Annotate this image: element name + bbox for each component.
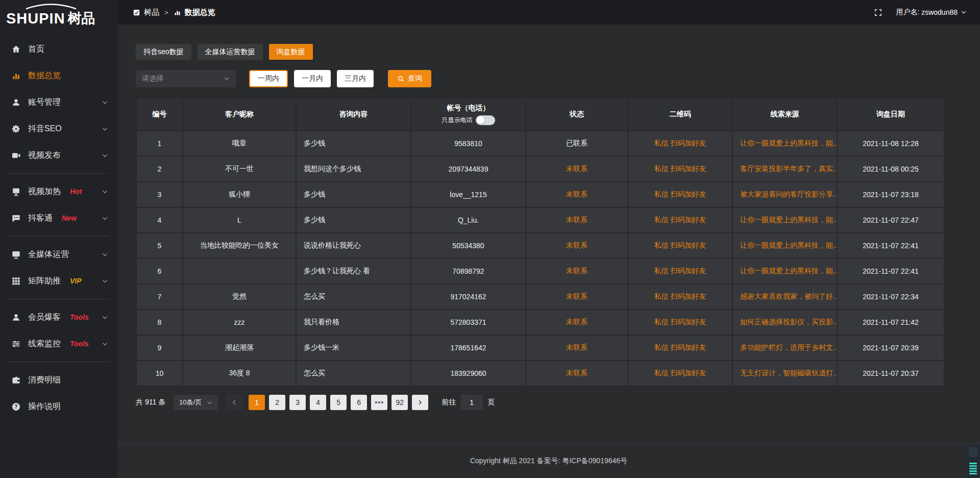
col-account-title: 帐号（电话） (415, 104, 521, 113)
cell-content: 我想问这个多少钱 (296, 156, 411, 182)
cell-qr-links[interactable]: 私信 扫码加好友 (628, 309, 732, 335)
chevron-down-icon (102, 278, 108, 284)
prev-page-button[interactable] (226, 395, 242, 410)
tab-media-operation-data[interactable]: 全媒体运营数据 (198, 44, 263, 60)
cell-qr-links[interactable]: 私信 扫码加好友 (628, 335, 732, 361)
tab-douyin-seo-data[interactable]: 抖音seo数据 (136, 44, 191, 60)
cell-qr-links[interactable]: 私信 扫码加好友 (628, 182, 732, 207)
home-icon (11, 44, 21, 54)
phone-only-toggle[interactable] (476, 115, 495, 125)
goto-page-input[interactable] (460, 395, 483, 410)
bar-chart-icon (174, 9, 181, 16)
sidebar-item-member-baoke[interactable]: 会员爆客Tools (0, 304, 117, 330)
filter-select[interactable]: 请选择 (136, 70, 236, 87)
sidebar-item-badge: Tools (70, 313, 89, 321)
cell-source-link[interactable]: 让你一眼就爱上的黑科技，能... (732, 258, 837, 284)
table-row: 1036度 8怎么买183929060未联系私信 扫码加好友无主灯设计，智能磁吸… (136, 361, 944, 386)
chevron-down-icon (102, 341, 108, 347)
phone-only-toggle-row: 只显示电话 (415, 115, 521, 125)
cell-date: 2021-11-08 12:28 (837, 131, 944, 156)
page-ellipsis[interactable]: ••• (371, 395, 387, 410)
cell-source-link[interactable]: 无主灯设计，智能磁吸轨道灯... (732, 361, 837, 386)
cell-qr-links[interactable]: 私信 扫码加好友 (628, 284, 732, 309)
cell-status: 未联系 (526, 309, 628, 335)
page-button-4[interactable]: 4 (310, 395, 326, 410)
sidebar-item-video-heat[interactable]: 视频加热Hot (0, 178, 117, 205)
cell-id: 1 (136, 131, 183, 156)
page-size-select[interactable]: 10条/页 (174, 395, 218, 410)
breadcrumb-item-home[interactable]: 树品 (144, 8, 159, 17)
username-value[interactable]: zswodun88 (921, 8, 958, 16)
cell-source-link[interactable]: 让你一眼就爱上的黑科技，能... (732, 131, 837, 156)
cell-account: 70898792 (411, 258, 526, 284)
cell-nickname (183, 258, 296, 284)
col-status: 状态 (526, 98, 628, 131)
cell-source-link[interactable]: 让你一眼就爱上的黑科技，能... (732, 233, 837, 258)
app: SHUPIN 树品 首页数据总览账号管理抖音SEO视频发布视频加热Hot抖客通N… (0, 0, 980, 478)
sidebar-item-label: 抖音SEO (28, 124, 62, 134)
tab-inquiry-data[interactable]: 询盘数据 (269, 44, 313, 60)
cell-id: 9 (136, 335, 183, 361)
table-row: 9潮起潮落多少钱一米178651642未联系私信 扫码加好友多功能护栏灯，适用于… (136, 335, 944, 361)
page-button-92[interactable]: 92 (391, 395, 408, 410)
sidebar-item-account-management[interactable]: 账号管理 (0, 89, 117, 115)
floating-widget-bars (966, 462, 980, 475)
sidebar-item-data-overview[interactable]: 数据总览 (0, 62, 117, 89)
floating-widget-panel (969, 447, 977, 457)
floating-widget[interactable] (966, 444, 980, 478)
page-button-1[interactable]: 1 (249, 395, 265, 410)
filter-select-placeholder: 请选择 (142, 74, 163, 83)
sidebar-item-clue-monitor[interactable]: 线索监控Tools (0, 330, 117, 357)
cell-date: 2021-11-07 20:39 (837, 335, 944, 361)
cell-qr-links[interactable]: 私信 扫码加好友 (628, 131, 732, 156)
logo: SHUPIN 树品 (0, 0, 117, 30)
sidebar-item-badge: VIP (70, 277, 82, 285)
sidebar-item-matrix-boost[interactable]: 矩阵助推VIP (0, 268, 117, 294)
cell-source-link[interactable]: 多功能护栏灯，适用于乡村文... (732, 335, 837, 361)
table-row: 3狐小狸多少钱love__1215未联系私信 扫码加好友被大家追着问的客厅投影分… (136, 182, 944, 207)
page-button-3[interactable]: 3 (289, 395, 306, 410)
range-button-one-week[interactable]: 一周内 (249, 70, 288, 87)
page-button-2[interactable]: 2 (269, 395, 285, 410)
cell-qr-links[interactable]: 私信 扫码加好友 (628, 233, 732, 258)
fullscreen-icon[interactable] (874, 8, 883, 17)
search-icon (397, 75, 404, 82)
chevron-left-icon (231, 399, 237, 405)
page-button-5[interactable]: 5 (330, 395, 347, 410)
cell-source-link[interactable]: 让你一眼就爱上的黑科技，能... (732, 207, 837, 233)
sidebar-item-douyin-seo[interactable]: 抖音SEO (0, 115, 117, 142)
search-button[interactable]: 查询 (388, 70, 431, 87)
sidebar-item-video-publish[interactable]: 视频发布 (0, 142, 117, 169)
next-page-button[interactable] (412, 395, 428, 410)
cell-qr-links[interactable]: 私信 扫码加好友 (628, 207, 732, 233)
sidebar-item-operation-guide[interactable]: ?操作说明 (0, 393, 117, 420)
page-button-6[interactable]: 6 (351, 395, 367, 410)
cell-qr-links[interactable]: 私信 扫码加好友 (628, 156, 732, 182)
col-id: 编号 (136, 98, 183, 131)
sidebar-item-douketong[interactable]: 抖客通New (0, 205, 117, 231)
cell-source-link[interactable]: 客厅安装投影半年多了，真实... (732, 156, 837, 182)
user-icon (11, 313, 21, 322)
cell-source-link[interactable]: 被大家追着问的客厅投影分享... (732, 182, 837, 207)
sidebar-item-consumption-detail[interactable]: 消费明细 (0, 367, 117, 393)
cell-nickname: 觉然 (183, 284, 296, 309)
cell-content: 怎么买 (296, 361, 411, 386)
sidebar-item-label: 抖客通 (28, 213, 53, 224)
grid-icon (11, 276, 21, 286)
topbar: 树品 > 数据总览 用户名: zswodun88 (117, 0, 980, 25)
sidebar-item-home[interactable]: 首页 (0, 36, 117, 62)
cell-qr-links[interactable]: 私信 扫码加好友 (628, 361, 732, 386)
cell-id: 5 (136, 233, 183, 258)
table-row: 2不可一世我想问这个多少钱2097344839未联系私信 扫码加好友客厅安装投影… (136, 156, 944, 182)
cell-qr-links[interactable]: 私信 扫码加好友 (628, 258, 732, 284)
goto-label: 前往 (442, 398, 456, 407)
cell-source-link[interactable]: 如何正确选择投影仪，买投影... (732, 309, 837, 335)
cell-source-link[interactable]: 感谢大家喜欢我家，被问了好... (732, 284, 837, 309)
cell-account: 178651642 (411, 335, 526, 361)
sidebar-item-media-operation[interactable]: 全媒体运营 (0, 241, 117, 268)
chevron-down-icon[interactable] (961, 9, 967, 15)
pagination-total: 共 911 条 (136, 398, 165, 407)
range-button-three-months[interactable]: 三月内 (337, 70, 374, 87)
cell-content: 怎么买 (296, 284, 411, 309)
range-button-one-month[interactable]: 一月内 (294, 70, 331, 87)
